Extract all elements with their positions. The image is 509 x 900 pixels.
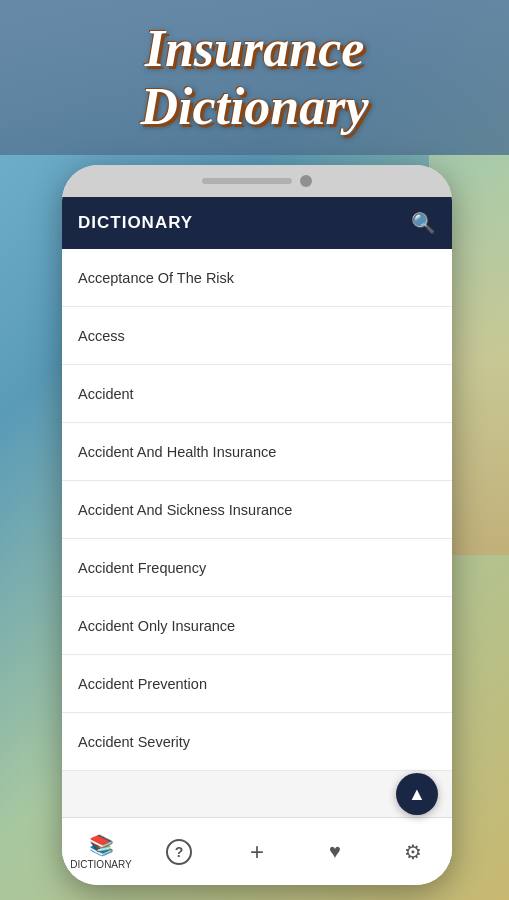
nav-item-help[interactable]: ? — [140, 839, 218, 865]
list-item[interactable]: Accident And Sickness Insurance — [62, 481, 452, 539]
nav-item-settings[interactable]: ⚙ — [374, 840, 452, 864]
list-item-text: Accident And Health Insurance — [78, 444, 276, 460]
heart-icon: ♥ — [329, 840, 341, 863]
dictionary-icon: 📚 — [89, 833, 114, 857]
list-item-text: Accident Severity — [78, 734, 190, 750]
front-camera — [300, 175, 312, 187]
list-item[interactable]: Accident And Health Insurance — [62, 423, 452, 481]
app-content: DICTIONARY 🔍 Acceptance Of The Risk Acce… — [62, 197, 452, 885]
top-banner: InsuranceDictionary — [0, 0, 509, 155]
list-item[interactable]: Accident Only Insurance — [62, 597, 452, 655]
nav-item-dictionary[interactable]: 📚 DICTIONARY — [62, 833, 140, 870]
help-icon: ? — [166, 839, 192, 865]
nav-item-add[interactable]: + — [218, 838, 296, 866]
search-icon[interactable]: 🔍 — [411, 211, 436, 235]
speaker-grille — [202, 178, 292, 184]
list-item[interactable]: Accident Severity — [62, 713, 452, 771]
phone-frame: DICTIONARY 🔍 Acceptance Of The Risk Acce… — [62, 165, 452, 885]
dictionary-list[interactable]: Acceptance Of The Risk Access Accident A… — [62, 249, 452, 817]
list-item-text: Accident Frequency — [78, 560, 206, 576]
phone-top-bar — [62, 165, 452, 197]
list-item-text: Access — [78, 328, 125, 344]
list-item[interactable]: Accident — [62, 365, 452, 423]
nav-label-dictionary: DICTIONARY — [70, 859, 132, 870]
list-item-text: Acceptance Of The Risk — [78, 270, 234, 286]
list-item-text: Accident — [78, 386, 134, 402]
list-item[interactable]: Acceptance Of The Risk — [62, 249, 452, 307]
app-header: DICTIONARY 🔍 — [62, 197, 452, 249]
list-item-text: Accident Only Insurance — [78, 618, 235, 634]
list-item[interactable]: Accident Prevention — [62, 655, 452, 713]
bottom-navigation: 📚 DICTIONARY ? + ♥ ⚙ — [62, 817, 452, 885]
banner-title: InsuranceDictionary — [140, 20, 368, 134]
gear-icon: ⚙ — [404, 840, 422, 864]
list-item[interactable]: Access — [62, 307, 452, 365]
add-icon: + — [250, 838, 264, 866]
list-item-text: Accident Prevention — [78, 676, 207, 692]
nav-item-favorites[interactable]: ♥ — [296, 840, 374, 863]
app-header-title: DICTIONARY — [78, 213, 193, 233]
list-item-text: Accident And Sickness Insurance — [78, 502, 292, 518]
list-item[interactable]: Accident Frequency — [62, 539, 452, 597]
chevron-up-icon: ▲ — [408, 784, 426, 805]
scroll-to-top-button[interactable]: ▲ — [396, 773, 438, 815]
